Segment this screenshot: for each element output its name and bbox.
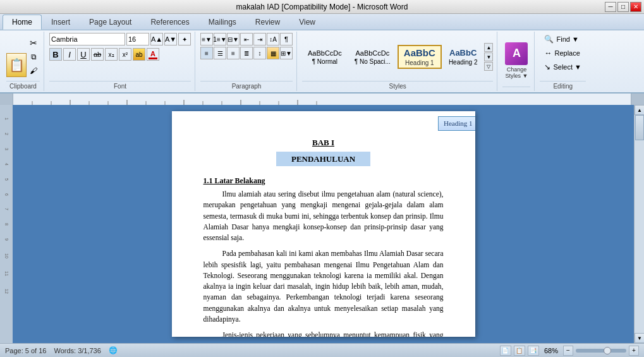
style-nospace-preview: AaBbCcDc (355, 49, 389, 57)
replace-icon: ↔ (544, 49, 552, 57)
ruler-left-side (0, 94, 13, 105)
styles-group: AaBbCcDc ¶ Normal AaBbCcDc ¶ No Spaci...… (298, 32, 497, 91)
tab-home[interactable]: Home (3, 15, 42, 30)
tab-view[interactable]: View (289, 15, 325, 30)
styles-scroll: ▲ ▼ ▽ (484, 43, 493, 71)
borders-button[interactable]: ⊞▼ (280, 47, 293, 59)
scroll-up-button[interactable]: ▲ (635, 105, 644, 115)
align-right-button[interactable]: ≡ (227, 47, 240, 59)
paragraph-group: ≡▼ 1≡▼ ⊟▼ ⇤ ⇥ ↕A ¶ ≡ ☰ ≡ ≣ ↕ ▦ ⊞▼ Paragr… (197, 32, 297, 91)
cut-button[interactable]: ✂ (27, 37, 40, 49)
paste-button[interactable]: 📋 (6, 53, 27, 77)
paragraph-row1: ≡▼ 1≡▼ ⊟▼ ⇤ ⇥ ↕A ¶ (200, 33, 293, 45)
bold-button[interactable]: B (49, 48, 62, 61)
close-button[interactable]: ✕ (630, 2, 641, 12)
zoom-area: 📄 📋 📑 68% − + (500, 346, 639, 356)
subscript-button[interactable]: x₂ (105, 48, 118, 61)
svg-rect-0 (13, 94, 631, 105)
doc-scroll-area[interactable]: Heading 1 BAB I PENDAHULUAN 1.1 Latar Be… (13, 105, 634, 343)
shading-button[interactable]: ▦ (267, 47, 279, 59)
clear-format-button[interactable]: ✦ (178, 33, 191, 45)
word-count: Words: 3/1,736 (54, 347, 100, 354)
page-indicator: Page: 5 of 16 (5, 347, 46, 354)
document-area: 1 2 3 4 5 6 7 8 9 10 11 12 Heading 1 BAB… (0, 105, 644, 343)
superscript-button[interactable]: x² (119, 48, 131, 61)
view-full-button[interactable]: 📋 (514, 346, 525, 356)
scroll-track[interactable] (635, 115, 644, 333)
decrease-font-button[interactable]: A▼ (164, 33, 177, 45)
zoom-slider[interactable] (576, 349, 626, 353)
style-heading2-button[interactable]: AaBbC Heading 2 (443, 46, 483, 68)
select-button[interactable]: ↘ Select ▼ (540, 61, 586, 73)
title-bar: makalah IAD [Compatibility Mode] - Micro… (0, 0, 644, 14)
zoom-out-button[interactable]: − (563, 346, 573, 356)
language-icon[interactable]: 🌐 (109, 346, 118, 354)
format-painter-button[interactable]: 🖌 (27, 64, 40, 77)
clipboard-content: 📋 ✂ ⧉ 🖌 (6, 33, 40, 81)
ruler-main (13, 94, 631, 105)
paragraph-content: ≡▼ 1≡▼ ⊟▼ ⇤ ⇥ ↕A ¶ ≡ ☰ ≡ ≣ ↕ ▦ ⊞▼ (200, 33, 293, 81)
line-spacing-button[interactable]: ↕ (253, 47, 266, 59)
styles-scroll-up[interactable]: ▲ (484, 43, 493, 52)
doc-paragraph-1: Ilmu alamiah atau sering disebut ilmu pe… (204, 189, 444, 243)
ruler (0, 94, 644, 105)
view-web-button[interactable]: 📑 (528, 346, 539, 356)
styles-more-button[interactable]: ▽ (484, 62, 493, 71)
align-center-button[interactable]: ☰ (214, 47, 226, 59)
editing-content: 🔍 Find ▼ ↔ Replace ↘ Select ▼ (540, 33, 586, 81)
italic-button[interactable]: I (63, 48, 76, 61)
increase-indent-button[interactable]: ⇥ (253, 33, 266, 45)
copy-button[interactable]: ⧉ (27, 51, 40, 63)
maximize-button[interactable]: □ (617, 2, 629, 12)
vertical-scrollbar[interactable]: ▲ ▼ (634, 105, 644, 343)
style-normal-button[interactable]: AaBbCcDc ¶ Normal (302, 47, 348, 67)
justify-button[interactable]: ≣ (240, 47, 253, 59)
style-nospace-button[interactable]: AaBbCcDc ¶ No Spaci... (349, 47, 396, 67)
zoom-in-button[interactable]: + (629, 346, 639, 356)
bullets-button[interactable]: ≡▼ (200, 33, 213, 45)
show-marks-button[interactable]: ¶ (280, 33, 293, 45)
styles-content: AaBbCcDc ¶ Normal AaBbCcDc ¶ No Spaci...… (302, 33, 493, 81)
numbering-button[interactable]: 1≡▼ (214, 33, 226, 45)
tab-insert[interactable]: Insert (42, 15, 80, 30)
tab-review[interactable]: Review (246, 15, 289, 30)
doc-chapter-title: BAB I (204, 136, 444, 149)
paragraph-row2: ≡ ☰ ≡ ≣ ↕ ▦ ⊞▼ (200, 47, 293, 59)
find-button[interactable]: 🔍 Find ▼ (540, 33, 586, 45)
highlight-color-button[interactable]: ab (133, 48, 145, 61)
document-page: Heading 1 BAB I PENDAHULUAN 1.1 Latar Be… (172, 111, 475, 337)
font-name-input[interactable] (49, 33, 125, 45)
minimize-button[interactable]: ─ (605, 2, 616, 12)
style-heading2-label: Heading 2 (449, 59, 478, 66)
styles-scroll-down[interactable]: ▼ (484, 52, 493, 61)
font-color-button[interactable]: A (147, 48, 159, 61)
underline-button[interactable]: U (77, 48, 90, 61)
left-ruler: 1 2 3 4 5 6 7 8 9 10 11 12 (0, 105, 13, 343)
sort-button[interactable]: ↕A (267, 33, 279, 45)
clipboard-group: 📋 ✂ ⧉ 🖌 Clipboard (3, 32, 44, 91)
change-styles-icon: A (505, 42, 528, 65)
view-print-button[interactable]: 📄 (500, 346, 511, 356)
scroll-down-button[interactable]: ▼ (635, 333, 644, 343)
font-size-input[interactable] (126, 33, 149, 45)
increase-font-button[interactable]: A▲ (150, 33, 163, 45)
tab-mailings[interactable]: Mailings (199, 15, 246, 30)
strikethrough-button[interactable]: ab (91, 48, 104, 61)
decrease-indent-button[interactable]: ⇤ (240, 33, 253, 45)
replace-label: Replace (554, 49, 580, 57)
clipboard-label: Clipboard (6, 81, 40, 90)
style-heading1-button[interactable]: AaBbC Heading 1 (398, 45, 442, 69)
select-label: Select ▼ (553, 63, 581, 71)
tab-pagelayout[interactable]: Page Layout (80, 15, 141, 30)
paragraph-label: Paragraph (200, 81, 293, 90)
font-group: A▲ A▼ ✦ B I U ab x₂ x² ab A Font (46, 32, 195, 91)
replace-button[interactable]: ↔ Replace (540, 47, 586, 59)
tab-references[interactable]: References (141, 15, 198, 30)
change-styles-button[interactable]: A ChangeStyles ▼ (502, 34, 530, 87)
zoom-thumb[interactable] (604, 347, 611, 354)
style-normal-preview: AaBbCcDc (308, 49, 342, 57)
zoom-level: 68% (544, 347, 558, 354)
scroll-thumb[interactable] (635, 115, 644, 140)
align-left-button[interactable]: ≡ (200, 47, 213, 59)
multilevel-button[interactable]: ⊟▼ (227, 33, 240, 45)
